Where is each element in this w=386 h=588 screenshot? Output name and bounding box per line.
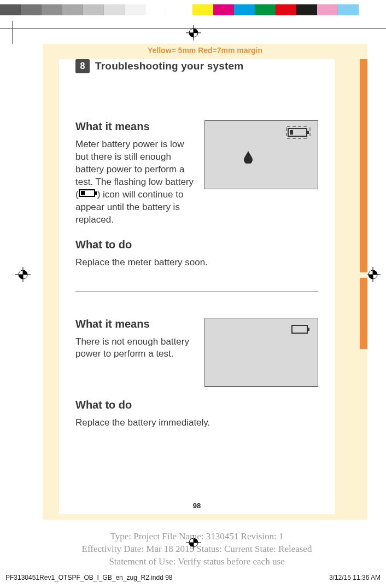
blood-drop-icon bbox=[243, 150, 253, 166]
document-metadata: Type: Project File Name: 3130451 Revisio… bbox=[33, 531, 361, 568]
means-text: There is not enough battery power to per… bbox=[75, 336, 195, 361]
means-text: Meter battery power is low but there is … bbox=[75, 138, 195, 226]
do-text: Replace the battery immediately. bbox=[75, 417, 318, 429]
tab-marker bbox=[360, 278, 367, 349]
meter-screen-illustration bbox=[204, 120, 318, 189]
meter-screen-illustration bbox=[204, 318, 318, 387]
heading-what-to-do: What to do bbox=[75, 238, 318, 251]
svg-rect-13 bbox=[95, 191, 97, 195]
svg-marker-14 bbox=[81, 191, 85, 195]
color-swatch bbox=[62, 4, 83, 15]
battery-flashing-icon bbox=[286, 125, 313, 142]
color-swatch bbox=[192, 4, 213, 15]
margin-note: Yellow= 5mm Red=7mm margin bbox=[43, 44, 367, 55]
color-swatch bbox=[145, 4, 166, 15]
color-swatch bbox=[276, 4, 296, 15]
color-swatch bbox=[0, 4, 21, 15]
color-swatch bbox=[83, 4, 104, 15]
page-number: 98 bbox=[59, 502, 335, 510]
color-swatch bbox=[296, 4, 317, 15]
slug-filename: PF3130451Rev1_OTSPF_OB_I_GB_en_zug_R2.in… bbox=[5, 574, 173, 581]
battery-low-icon bbox=[79, 189, 97, 201]
color-swatch bbox=[255, 4, 276, 15]
page-content: 8 Troubleshooting your system What it me… bbox=[59, 59, 335, 514]
indesign-slug: PF3130451Rev1_OTSPF_OB_I_GB_en_zug_R2.in… bbox=[0, 574, 386, 581]
svg-rect-17 bbox=[290, 130, 293, 135]
tab-marker bbox=[360, 59, 367, 272]
svg-rect-30 bbox=[292, 325, 307, 333]
print-color-bars bbox=[0, 4, 386, 15]
svg-rect-31 bbox=[307, 328, 309, 331]
meta-line: Statement of Use: Verify status before e… bbox=[33, 556, 361, 568]
color-swatch bbox=[166, 4, 192, 15]
registration-mark-icon bbox=[365, 267, 381, 282]
meta-line: Effectivity Date: Mar 18 2015 Status: Cu… bbox=[33, 543, 361, 556]
color-swatch bbox=[234, 4, 255, 15]
color-swatch bbox=[213, 4, 234, 15]
color-swatch bbox=[104, 4, 125, 15]
color-swatch bbox=[125, 4, 145, 15]
registration-mark-icon bbox=[15, 267, 31, 282]
proof-background: Yellow= 5mm Red=7mm margin 8 Troubleshoo… bbox=[43, 44, 367, 520]
chapter-title: Troubleshooting your system bbox=[95, 60, 243, 72]
registration-mark-icon bbox=[186, 25, 201, 40]
heading-what-it-means: What it means bbox=[75, 318, 195, 330]
do-text: Replace the meter battery soon. bbox=[75, 257, 318, 269]
color-swatch bbox=[317, 4, 338, 15]
meta-line: Type: Project File Name: 3130451 Revisio… bbox=[33, 531, 361, 543]
slug-timestamp: 3/12/15 11:36 AM bbox=[329, 574, 381, 581]
heading-what-it-means: What it means bbox=[75, 120, 195, 133]
crop-rule-v bbox=[12, 21, 13, 44]
battery-empty-icon bbox=[291, 324, 311, 337]
color-swatch bbox=[21, 4, 42, 15]
heading-what-to-do: What to do bbox=[75, 399, 318, 411]
color-swatch bbox=[42, 4, 62, 15]
section-divider bbox=[75, 291, 318, 292]
color-swatch bbox=[338, 4, 359, 15]
chapter-number-badge: 8 bbox=[75, 59, 90, 73]
svg-rect-16 bbox=[307, 131, 309, 134]
